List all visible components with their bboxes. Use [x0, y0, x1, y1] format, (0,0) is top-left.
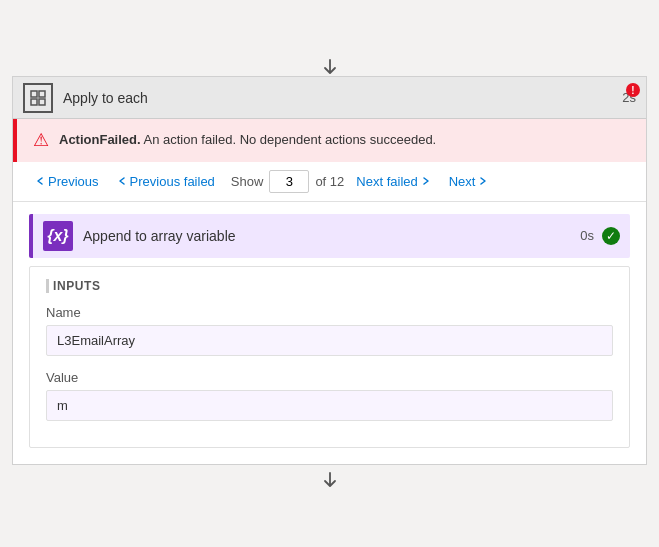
- previous-failed-label: Previous failed: [130, 174, 215, 189]
- next-label: Next: [449, 174, 476, 189]
- action-item[interactable]: {x} Append to array variable 0s ✓: [29, 214, 630, 258]
- error-dot: !: [626, 83, 640, 97]
- previous-label: Previous: [48, 174, 99, 189]
- svg-rect-0: [31, 91, 37, 97]
- svg-rect-2: [31, 99, 37, 105]
- inputs-section: INPUTS Name L3EmailArray Value m: [29, 266, 630, 448]
- of-label: of 12: [315, 174, 344, 189]
- apply-header-title: Apply to each: [63, 90, 622, 106]
- previous-button[interactable]: Previous: [29, 170, 105, 193]
- value-value: m: [46, 390, 613, 421]
- action-time: 0s: [580, 228, 594, 243]
- error-banner: ⚠ ActionFailed. An action failed. No dep…: [13, 119, 646, 161]
- error-text: ActionFailed. An action failed. No depen…: [59, 131, 436, 149]
- error-message: An action failed. No dependent actions s…: [141, 132, 437, 147]
- value-label: Value: [46, 370, 613, 385]
- show-input[interactable]: [269, 170, 309, 193]
- inputs-title: INPUTS: [46, 279, 613, 293]
- error-bold: ActionFailed.: [59, 132, 141, 147]
- next-button[interactable]: Next: [443, 170, 495, 193]
- bottom-arrow: [12, 465, 647, 495]
- error-icon: ⚠: [33, 131, 49, 149]
- name-label: Name: [46, 305, 613, 320]
- name-value: L3EmailArray: [46, 325, 613, 356]
- svg-rect-1: [39, 91, 45, 97]
- main-container: Apply to each 2s ! ⚠ ActionFailed. An ac…: [12, 76, 647, 464]
- pagination-row: Previous Previous failed Show of 12 Next…: [13, 162, 646, 202]
- previous-failed-button[interactable]: Previous failed: [111, 170, 221, 193]
- apply-header-icon: [23, 83, 53, 113]
- action-title: Append to array variable: [83, 228, 580, 244]
- apply-to-each-header: Apply to each 2s !: [13, 77, 646, 119]
- next-failed-button[interactable]: Next failed: [350, 170, 436, 193]
- next-failed-label: Next failed: [356, 174, 417, 189]
- action-icon: {x}: [43, 221, 73, 251]
- show-label: Show: [231, 174, 264, 189]
- svg-rect-3: [39, 99, 45, 105]
- success-check: ✓: [602, 227, 620, 245]
- top-arrow: [12, 52, 647, 76]
